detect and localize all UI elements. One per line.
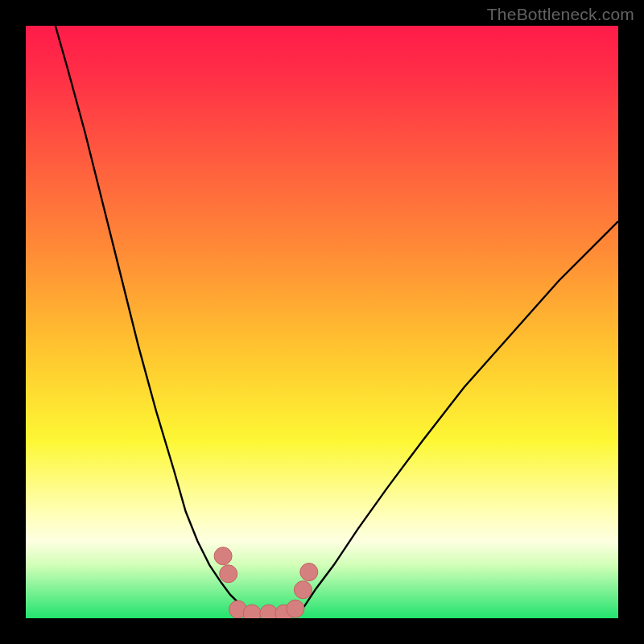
curve-group: [56, 26, 618, 613]
marker-point: [220, 565, 237, 583]
marker-point: [294, 581, 312, 599]
marker-point: [260, 605, 278, 618]
marker-point: [300, 564, 318, 581]
marker-group: [214, 547, 318, 618]
bottleneck-curve: [56, 26, 618, 613]
plot-area: [26, 26, 618, 618]
watermark-text: TheBottleneck.com: [487, 5, 634, 24]
marker-point: [214, 547, 232, 565]
chart-svg: [26, 26, 618, 618]
marker-point: [243, 605, 261, 618]
marker-point: [287, 600, 304, 617]
chart-frame: TheBottleneck.com: [0, 0, 644, 644]
